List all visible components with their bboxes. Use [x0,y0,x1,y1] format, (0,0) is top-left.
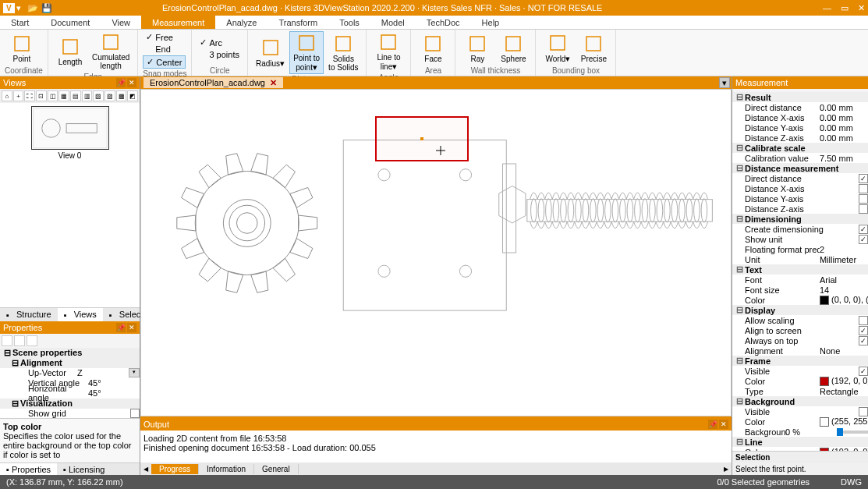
views-tb-add-icon[interactable]: + [13,90,24,101]
checkbox[interactable] [859,184,868,193]
meas-row-allow-scaling[interactable]: Allow scaling [732,315,868,325]
open-icon[interactable]: 📂 [27,2,38,13]
views-tb-collapse-icon[interactable]: ⊡ [36,90,47,101]
expand-icon[interactable]: ⊟ [3,348,11,358]
ribbon-btn-precise[interactable]: Precise [576,31,611,66]
color-swatch[interactable] [820,417,829,427]
views-tb-expand-icon[interactable]: ⛶ [24,90,35,101]
expand-icon[interactable]: ⊟ [735,214,743,224]
checkbox[interactable] [859,336,868,345]
ribbon-small-btn-center[interactable]: ✓Center [143,55,186,69]
ribbon-btn-ray[interactable]: Ray [460,31,494,66]
views-tb-btn12-icon[interactable]: ◩ [127,90,138,101]
meas-row-calibrate-scale[interactable]: ⊟Calibrate scale [732,143,868,153]
expand-icon[interactable]: ⊟ [735,92,743,102]
meas-row-type[interactable]: TypeRectangle [732,386,868,396]
meas-value[interactable]: 0.00 mm [820,103,868,112]
meas-row-always-on-top[interactable]: Always on top [732,335,868,345]
output-tab-progress[interactable]: Progress [151,464,199,474]
meas-row-line[interactable]: ⊟Line [732,437,868,447]
meas-row-visible[interactable]: Visible [732,366,868,376]
ribbon-btn-world[interactable]: World▾ [540,31,575,66]
ribbon-btn-cumulated-length[interactable]: Cumulatedlength [89,31,133,72]
meas-row-background-transpar-[interactable]: Background transpar...0 % [732,427,868,437]
pin-icon[interactable]: 📌 [116,323,126,332]
menu-item-model[interactable]: Model [370,16,416,29]
panel-close-icon[interactable]: ✕ [127,323,136,332]
menu-item-view[interactable]: View [101,16,141,29]
close-button[interactable]: ✕ [858,3,865,13]
checkbox[interactable] [859,326,868,335]
meas-row-unit[interactable]: UnitMillimeter [732,254,868,264]
checkbox[interactable] [859,225,868,234]
meas-row-distance-x-axis[interactable]: Distance X-axis [732,183,868,193]
meas-value[interactable]: 0.00 mm [820,133,868,143]
props-tb-1-icon[interactable] [2,335,12,346]
meas-row-align-to-screen[interactable]: Align to screen [732,325,868,335]
expand-icon[interactable]: ⊟ [11,358,19,368]
checkbox[interactable] [859,235,868,244]
color-swatch[interactable] [820,377,829,386]
viewport[interactable] [140,89,732,416]
expand-icon[interactable]: ⊟ [735,396,743,406]
meas-row-font[interactable]: FontArial [732,275,868,285]
meas-row-alignment[interactable]: AlignmentNone [732,345,868,356]
left-tab-structure[interactable]: ▪Structure [0,308,58,321]
view-thumbnail-0[interactable] [31,106,109,150]
bottom-tab-licensing[interactable]: ▪Licensing [57,463,111,475]
views-tb-btn11-icon[interactable]: ▩ [116,90,127,101]
ribbon-btn-length[interactable]: Length [53,31,87,72]
ribbon-btn-sphere[interactable]: Sphere [496,31,530,66]
meas-row-background[interactable]: ⊟Background [732,396,868,406]
meas-value[interactable]: (192, 0, 0), (#C00 [820,376,868,386]
meas-row-show-unit[interactable]: Show unit [732,234,868,244]
checkbox[interactable] [859,204,868,214]
panel-close-icon[interactable]: ✕ [127,78,136,87]
menu-item-tools[interactable]: Tools [328,16,370,29]
meas-value[interactable]: (255, 255, 255), (# [820,416,868,427]
meas-row-color[interactable]: Color(0, 0, 0), (#00000 [732,295,868,305]
menu-item-transform[interactable]: Transform [267,16,328,29]
meas-value[interactable]: None [820,346,868,356]
meas-row-color[interactable]: Color(192, 0, 0), (#C00 [732,376,868,386]
checkbox[interactable] [130,409,140,418]
views-tb-btn5-icon[interactable]: ◫ [48,90,58,101]
meas-row-font-size[interactable]: Font size14 [732,285,868,295]
ribbon-small-btn-end[interactable]: End [143,44,186,55]
meas-value[interactable]: 0.00 mm [820,123,868,133]
expand-icon[interactable]: ⊟ [735,305,743,315]
meas-value[interactable]: Millimeter [820,255,868,264]
menu-item-start[interactable]: Start [0,16,40,29]
document-tab[interactable]: ErosionControlPlan_acad.dwg ✕ [143,77,283,88]
slider[interactable] [837,431,868,434]
meas-row-frame[interactable]: ⊟Frame [732,356,868,366]
meas-value[interactable]: 0 % [785,427,834,437]
ribbon-btn-radius[interactable]: Radius▾ [253,31,288,74]
views-tb-btn9-icon[interactable]: ▧ [93,90,104,101]
dropdown-icon[interactable]: ▾ [129,368,140,377]
menu-item-techdoc[interactable]: TechDoc [416,16,471,29]
ribbon-small-btn-arc[interactable]: ✓Arc [197,37,243,48]
views-tb-btn8-icon[interactable]: ▥ [82,90,93,101]
ribbon-small-btn-3-points[interactable]: 3 points [197,49,243,60]
views-tb-btn6-icon[interactable]: ▦ [58,90,69,101]
meas-value[interactable]: 14 [820,285,868,295]
meas-row-visible[interactable]: Visible [732,406,868,416]
menu-item-document[interactable]: Document [40,16,101,29]
expand-icon[interactable]: ⊟ [11,399,19,409]
pin-icon[interactable]: 📌 [116,78,126,87]
menu-item-help[interactable]: Help [471,16,511,29]
color-swatch[interactable] [820,296,829,305]
meas-row-create-dimensioning[interactable]: Create dimensioning [732,224,868,234]
document-tabs-dropdown[interactable]: ▾ [719,77,730,88]
ribbon-btn-face[interactable]: Face [416,31,450,66]
expand-icon[interactable]: ⊟ [735,437,743,447]
expand-icon[interactable]: ⊟ [735,143,743,153]
meas-row-dimensioning[interactable]: ⊟Dimensioning [732,214,868,224]
meas-value[interactable]: 7.50 mm [820,154,868,163]
save-icon[interactable]: 💾 [41,2,52,13]
ribbon-btn-point[interactable]: Point [5,31,39,66]
props-row-visualization[interactable]: ⊟Visualization [0,399,140,409]
app-menu-dropdown[interactable]: ▾ [16,3,21,13]
menu-item-measurement[interactable]: Measurement [141,16,215,29]
